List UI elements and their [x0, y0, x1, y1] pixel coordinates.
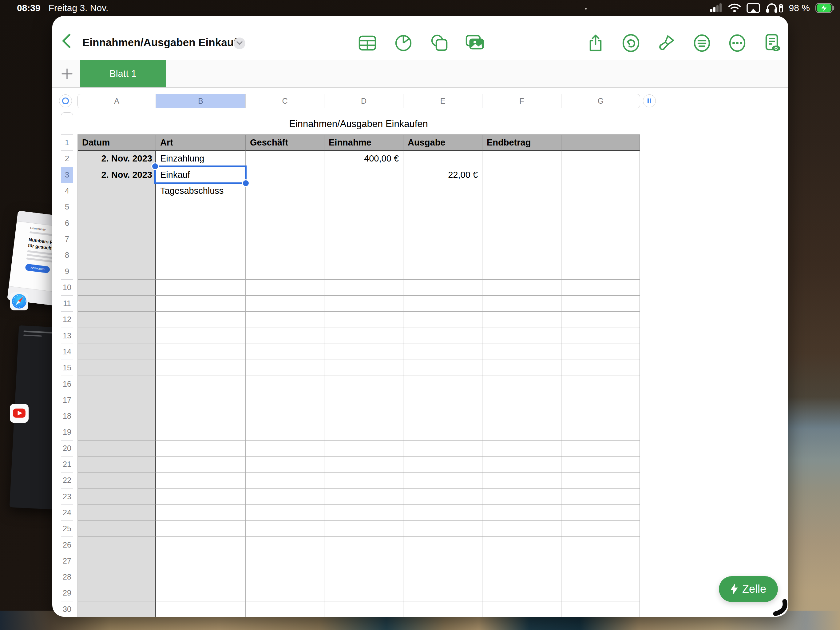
cell-G27[interactable]	[561, 553, 640, 569]
cell-F18[interactable]	[482, 408, 561, 424]
cell-F17[interactable]	[482, 392, 561, 408]
cell-E2[interactable]	[403, 151, 482, 167]
cell-C1[interactable]: Geschäft	[246, 135, 324, 151]
cell-D24[interactable]	[324, 505, 403, 521]
cell-C12[interactable]	[246, 312, 324, 328]
cell-D23[interactable]	[324, 489, 403, 505]
cell-E17[interactable]	[403, 392, 482, 408]
cell-E4[interactable]	[403, 183, 482, 199]
cell-C30[interactable]	[246, 602, 324, 617]
cell-D11[interactable]	[324, 296, 403, 312]
cell-D6[interactable]	[324, 215, 403, 231]
cell-C29[interactable]	[246, 585, 324, 601]
row-header-10[interactable]: 10	[61, 280, 73, 296]
cell-A18[interactable]	[78, 408, 156, 424]
row-header-16[interactable]: 16	[61, 376, 73, 392]
cell-D10[interactable]	[324, 280, 403, 296]
cell-C26[interactable]	[246, 537, 324, 553]
select-all-button[interactable]	[59, 95, 72, 108]
text-format-icon[interactable]	[692, 33, 712, 53]
cell-D3[interactable]	[324, 167, 403, 183]
cell-A20[interactable]	[78, 440, 156, 456]
cell-E13[interactable]	[403, 328, 482, 344]
cell-C11[interactable]	[246, 296, 324, 312]
cell-C28[interactable]	[246, 569, 324, 585]
cell-C24[interactable]	[246, 505, 324, 521]
cell-F22[interactable]	[482, 473, 561, 489]
row-header-23[interactable]: 23	[61, 489, 73, 505]
cell-D29[interactable]	[324, 585, 403, 601]
insert-chart-icon[interactable]	[393, 33, 413, 53]
cell-F11[interactable]	[482, 296, 561, 312]
cell-F27[interactable]	[482, 553, 561, 569]
cell-E7[interactable]	[403, 231, 482, 247]
sheet-tab-blatt1[interactable]: Blatt 1	[80, 60, 166, 87]
row-header-30[interactable]: 30	[61, 602, 73, 617]
cell-E8[interactable]	[403, 247, 482, 263]
cell-G30[interactable]	[561, 602, 640, 617]
cell-C8[interactable]	[246, 247, 324, 263]
row-header-13[interactable]: 13	[61, 328, 73, 344]
cell-G14[interactable]	[561, 344, 640, 360]
row-header-21[interactable]: 21	[61, 456, 73, 473]
row-header-11[interactable]: 11	[61, 296, 73, 312]
cell-F12[interactable]	[482, 312, 561, 328]
cell-E5[interactable]	[403, 199, 482, 215]
cell-G26[interactable]	[561, 537, 640, 553]
column-header-B[interactable]: B	[156, 94, 246, 108]
cell-E14[interactable]	[403, 344, 482, 360]
cell-D4[interactable]	[324, 183, 403, 199]
cell-D21[interactable]	[324, 456, 403, 473]
row-header-20[interactable]: 20	[61, 440, 73, 456]
cell-C15[interactable]	[246, 360, 324, 376]
cell-E10[interactable]	[403, 280, 482, 296]
cell-C20[interactable]	[246, 440, 324, 456]
cell-E30[interactable]	[403, 602, 482, 617]
cell-A17[interactable]	[78, 392, 156, 408]
cell-E21[interactable]	[403, 456, 482, 473]
cell-G13[interactable]	[561, 328, 640, 344]
cell-F7[interactable]	[482, 231, 561, 247]
back-button[interactable]	[61, 33, 72, 49]
cell-E20[interactable]	[403, 440, 482, 456]
row-header-19[interactable]: 19	[61, 424, 73, 440]
cell-C18[interactable]	[246, 408, 324, 424]
cell-A2[interactable]: 2. Nov. 2023	[78, 151, 156, 167]
cell-B9[interactable]	[156, 263, 246, 279]
cell-D20[interactable]	[324, 440, 403, 456]
cell-B2[interactable]: Einzahlung	[156, 151, 246, 167]
cell-D9[interactable]	[324, 263, 403, 279]
safari-icon[interactable]	[10, 292, 28, 310]
cell-C27[interactable]	[246, 553, 324, 569]
cell-B16[interactable]	[156, 376, 246, 392]
column-header-E[interactable]: E	[403, 94, 482, 108]
cell-B21[interactable]	[156, 456, 246, 473]
cell-B25[interactable]	[156, 521, 246, 537]
cell-G6[interactable]	[561, 215, 640, 231]
cell-B28[interactable]	[156, 569, 246, 585]
cell-F28[interactable]	[482, 569, 561, 585]
row-header-9[interactable]: 9	[61, 263, 73, 279]
row-header-4[interactable]: 4	[61, 183, 73, 199]
row-header-28[interactable]: 28	[61, 569, 73, 585]
cell-G8[interactable]	[561, 247, 640, 263]
cell-A25[interactable]	[78, 521, 156, 537]
cell-G29[interactable]	[561, 585, 640, 601]
cell-A27[interactable]	[78, 553, 156, 569]
cell-A26[interactable]	[78, 537, 156, 553]
cell-D15[interactable]	[324, 360, 403, 376]
cell-G15[interactable]	[561, 360, 640, 376]
cell-D19[interactable]	[324, 424, 403, 440]
row-header-29[interactable]: 29	[61, 585, 73, 601]
cell-B20[interactable]	[156, 440, 246, 456]
cell-A19[interactable]	[78, 424, 156, 440]
cell-A10[interactable]	[78, 280, 156, 296]
cell-B5[interactable]	[156, 199, 246, 215]
share-icon[interactable]	[586, 33, 605, 53]
cell-F16[interactable]	[482, 376, 561, 392]
cell-E28[interactable]	[403, 569, 482, 585]
cell-B15[interactable]	[156, 360, 246, 376]
row-header-5[interactable]: 5	[61, 199, 73, 215]
cell-A29[interactable]	[78, 585, 156, 601]
cell-F29[interactable]	[482, 585, 561, 601]
